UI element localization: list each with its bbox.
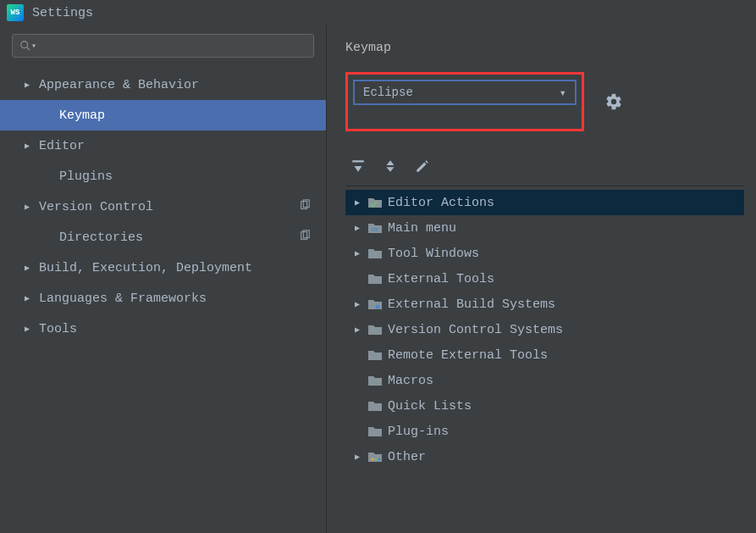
action-item-label: Tool Windows — [388, 247, 479, 261]
dropdown-arrow-icon: ▾ — [560, 86, 566, 100]
tree-arrow-icon: ▶ — [349, 248, 366, 258]
sidebar-item-label: Languages & Frameworks — [39, 291, 207, 306]
action-item-label: Quick Lists — [388, 399, 472, 414]
svg-marker-8 — [387, 160, 395, 165]
title-bar: WS Settings — [0, 0, 756, 25]
svg-rect-11 — [371, 230, 378, 231]
search-dropdown-icon[interactable]: ▾ — [31, 41, 36, 51]
sidebar-item-label: Version Control — [39, 200, 153, 214]
action-item-remote-external-tools[interactable]: ▶Remote External Tools — [345, 342, 744, 368]
action-item-plug-ins[interactable]: ▶Plug-ins — [345, 419, 744, 444]
sidebar-item-label: Keymap — [59, 108, 105, 123]
search-icon — [19, 40, 31, 52]
tree-arrow-icon: ▶ — [349, 299, 366, 309]
sidebar-item-plugins[interactable]: ▶Plugins — [0, 161, 326, 192]
svg-point-15 — [378, 458, 381, 461]
action-item-label: Main menu — [388, 221, 456, 236]
tree-arrow-icon: ▶ — [20, 263, 34, 273]
action-item-label: Macros — [388, 374, 433, 388]
keymap-settings-button[interactable] — [604, 92, 623, 111]
app-icon: WS — [7, 4, 24, 21]
svg-point-12 — [376, 305, 380, 309]
svg-point-14 — [375, 458, 378, 461]
svg-marker-7 — [355, 166, 362, 172]
other-icon — [366, 450, 384, 464]
folder-gear-icon — [366, 297, 384, 311]
action-item-external-tools[interactable]: ▶External Tools — [345, 266, 744, 291]
svg-line-1 — [27, 47, 30, 51]
action-item-external-build-systems[interactable]: ▶External Build Systems — [345, 291, 744, 317]
action-item-label: External Tools — [388, 272, 494, 286]
svg-marker-9 — [387, 167, 395, 172]
tree-arrow-icon: ▶ — [349, 197, 366, 208]
tree-arrow-icon: ▶ — [20, 293, 34, 303]
sidebar-item-appearance-behavior[interactable]: ▶Appearance & Behavior — [0, 69, 326, 100]
pencil-icon — [415, 158, 430, 174]
sidebar-item-label: Appearance & Behavior — [39, 78, 199, 92]
action-item-other[interactable]: ▶Other — [345, 444, 744, 469]
action-item-label: Remote External Tools — [388, 348, 548, 363]
menu-icon — [366, 221, 384, 235]
settings-tree: ▶Appearance & Behavior▶Keymap▶Editor▶Plu… — [0, 64, 326, 533]
action-item-version-control-systems[interactable]: ▶Version Control Systems — [345, 317, 744, 342]
sidebar-item-version-control[interactable]: ▶Version Control — [0, 192, 326, 222]
tree-arrow-icon: ▶ — [349, 325, 366, 335]
editor-icon — [366, 196, 384, 209]
action-item-label: Editor Actions — [388, 196, 494, 210]
collapse-all-icon — [383, 158, 398, 174]
tree-arrow-icon: ▶ — [20, 202, 34, 212]
keymap-toolbar — [345, 158, 744, 186]
tree-arrow-icon: ▶ — [20, 80, 34, 90]
search-input[interactable] — [40, 40, 306, 53]
action-item-main-menu[interactable]: ▶Main menu — [345, 215, 744, 241]
expand-all-button[interactable] — [350, 158, 366, 174]
action-item-editor-actions[interactable]: ▶Editor Actions — [345, 190, 744, 215]
collapse-all-button[interactable] — [383, 158, 398, 174]
folder-icon — [366, 425, 384, 438]
tree-arrow-icon: ▶ — [349, 223, 366, 233]
panel-title: Keymap — [345, 41, 744, 55]
action-item-label: Plug-ins — [388, 425, 449, 439]
svg-point-0 — [21, 42, 28, 48]
sidebar-item-languages-frameworks[interactable]: ▶Languages & Frameworks — [0, 283, 326, 314]
action-item-quick-lists[interactable]: ▶Quick Lists — [345, 393, 744, 419]
sidebar-item-editor[interactable]: ▶Editor — [0, 130, 326, 161]
tree-arrow-icon: ▶ — [349, 452, 366, 462]
action-item-label: Other — [388, 450, 426, 464]
tree-arrow-icon: ▶ — [20, 141, 34, 151]
copy-settings-icon — [299, 199, 311, 215]
edit-button[interactable] — [415, 158, 430, 174]
keymap-selector-row: Eclipse ▾ — [345, 72, 744, 131]
search-box[interactable]: ▾ — [12, 34, 314, 58]
sidebar-item-label: Plugins — [59, 169, 113, 184]
sidebar-item-label: Build, Execution, Deployment — [39, 261, 252, 275]
action-item-label: Version Control Systems — [388, 323, 563, 337]
sidebar-item-tools[interactable]: ▶Tools — [0, 314, 326, 344]
tree-arrow-icon: ▶ — [20, 324, 34, 334]
folder-icon — [366, 272, 384, 286]
keymap-dropdown[interactable]: Eclipse ▾ — [353, 80, 577, 105]
copy-settings-icon — [299, 230, 311, 246]
sidebar-item-build-execution-deployment[interactable]: ▶Build, Execution, Deployment — [0, 253, 326, 283]
action-item-macros[interactable]: ▶Macros — [345, 368, 744, 393]
sidebar-item-keymap[interactable]: ▶Keymap — [0, 100, 326, 130]
keymap-action-tree: ▶Editor Actions▶Main menu▶Tool Windows▶E… — [345, 186, 744, 469]
window-title: Settings — [32, 6, 93, 20]
folder-icon — [366, 247, 384, 260]
gear-icon — [604, 92, 623, 111]
action-item-tool-windows[interactable]: ▶Tool Windows — [345, 241, 744, 266]
highlight-annotation: Eclipse ▾ — [345, 72, 584, 131]
expand-all-icon — [350, 158, 366, 174]
folder-icon — [366, 348, 384, 362]
svg-point-13 — [372, 458, 374, 461]
action-item-label: External Build Systems — [388, 297, 555, 312]
settings-detail-panel: Keymap Eclipse ▾ — [327, 25, 756, 533]
sidebar-item-label: Editor — [39, 139, 85, 153]
search-wrap: ▾ — [0, 25, 326, 64]
folder-icon — [366, 399, 384, 413]
settings-sidebar: ▾ ▶Appearance & Behavior▶Keymap▶Editor▶P… — [0, 25, 327, 533]
keymap-dropdown-value: Eclipse — [363, 86, 413, 99]
sidebar-item-label: Directories — [59, 230, 143, 245]
svg-rect-10 — [371, 228, 378, 229]
sidebar-item-directories[interactable]: ▶Directories — [0, 222, 326, 253]
